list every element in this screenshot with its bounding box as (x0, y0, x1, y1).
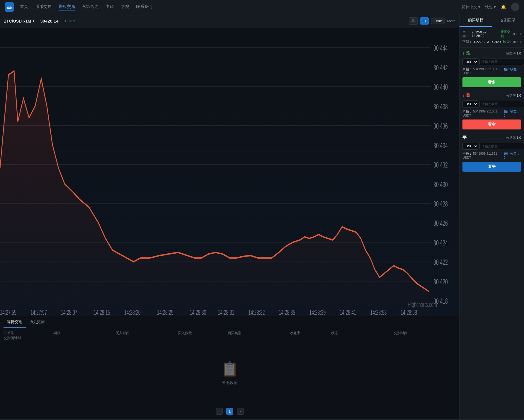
avatar[interactable] (511, 3, 519, 11)
rise-profit-val: 1.0 (517, 52, 521, 55)
svg-text:30 428: 30 428 (433, 199, 448, 208)
tab-history[interactable]: 历史交割 (26, 316, 48, 328)
svg-text:30 442: 30 442 (433, 63, 448, 72)
tab-buy-options[interactable]: 购买期权 (460, 14, 492, 27)
flat-amount-input[interactable] (479, 143, 524, 149)
svg-text:30 432: 30 432 (433, 161, 448, 169)
flat-balance-row: 余额： 5841909.911851 USDT 预计收益： 0 (462, 151, 521, 159)
svg-text:14:28:58: 14:28:58 (401, 308, 417, 316)
empty-icon: 📋 (221, 361, 239, 377)
svg-text:30 440: 30 440 (433, 83, 448, 91)
rise-accum: 预计收益： 0 (504, 67, 521, 75)
pair-price: 30420.14 (40, 18, 59, 23)
panel-tabs: 购买期权 交割记录 (460, 14, 524, 27)
rise-balance-label: 余额： 5841909.911851 USDT (462, 67, 504, 75)
rise-arrow: ↑ (462, 51, 465, 56)
nav-academy[interactable]: 学院 (121, 3, 129, 11)
svg-text:14:28:31: 14:28:31 (218, 308, 234, 316)
svg-text:30 424: 30 424 (433, 238, 448, 247)
svg-text:14:28:35: 14:28:35 (279, 308, 295, 316)
tab-settle-records[interactable]: 交割记录 (492, 14, 524, 27)
order-current-row: 当期： 2022-05-23 14:29:00 即将交割 00:51 (462, 30, 521, 38)
order-current-type: 即将交割 (501, 30, 513, 38)
svg-text:14:27:55: 14:27:55 (0, 308, 16, 316)
flat-form-header: 平 收益率 1.0 (462, 135, 521, 140)
tab-pending[interactable]: 等待交割 (4, 316, 26, 328)
col-buy-type: 购买类型 (227, 331, 290, 336)
wallet-btn[interactable]: 钱包 ▾ (485, 4, 496, 10)
svg-text:14:28:41: 14:28:41 (340, 308, 356, 316)
svg-text:14:28:53: 14:28:53 (370, 308, 387, 316)
fall-balance-row: 余额： 5841909.911851 USDT 预计收益： 0 (462, 109, 521, 117)
rise-text: 涨 (466, 51, 470, 56)
fall-currency-select[interactable]: USDT (462, 100, 478, 107)
rise-input-row: USDT USDT (462, 58, 521, 65)
logo[interactable] (5, 2, 14, 12)
trades-table-header: 订单号 期权 买入时间 买入数量 购买类型 收益率 状态 交割时间 交割倒计时 (0, 328, 459, 343)
fall-amount-input[interactable] (479, 101, 524, 107)
time-btn[interactable]: Time (431, 18, 445, 24)
chart-controls: 黑 白 Time More (409, 17, 456, 25)
col-status: 状态 (331, 331, 393, 336)
pair-selector[interactable]: BTC/USDT-1M ▾ (4, 19, 34, 23)
flat-profit-val: 1.0 (517, 136, 521, 139)
flat-label: 平 (462, 135, 467, 140)
rise-form: ↑ 涨 收益率 1.0 USDT USDT (460, 48, 524, 90)
svg-point-2 (8, 5, 11, 7)
col-option: 期权 (53, 331, 115, 336)
language-selector[interactable]: 简体中文 ▾ (462, 4, 480, 10)
chart-canvas: 30 444 30 442 30 440 30 438 30 436 30 43… (0, 28, 459, 316)
svg-text:14:28:25: 14:28:25 (157, 308, 173, 316)
svg-text:14:27:57: 14:27:57 (30, 308, 47, 316)
nav-home[interactable]: 首页 (20, 3, 28, 11)
svg-text:30 444: 30 444 (433, 44, 448, 52)
flat-form: 平 收益率 1.0 USDT USDT 余额： (460, 132, 524, 174)
nav-contact[interactable]: 联系我们 (136, 3, 152, 11)
more-btn[interactable]: More (447, 19, 456, 23)
prev-page-btn[interactable]: ‹ (216, 408, 223, 415)
rise-label: ↑ 涨 (462, 51, 470, 56)
trades-tabs: 等待交割 历史交割 (0, 316, 459, 328)
nav-ipo[interactable]: 申购 (106, 3, 114, 11)
fall-balance-label: 余额： 5841909.911851 USDT (462, 109, 504, 117)
order-next-type: 购买中 (503, 40, 513, 44)
rise-currency-select[interactable]: USDT (462, 58, 478, 65)
fall-label: ↓ 跌 (462, 93, 470, 98)
theme-dark-btn[interactable]: 黑 (409, 17, 418, 25)
right-panel: 购买期权 交割记录 当期： 2022-05-23 14:29:00 即将交割 0… (460, 14, 524, 419)
trades-empty: 📋 暂无数据 (0, 343, 459, 403)
buy-flat-btn[interactable]: 看平 (462, 162, 521, 172)
navbar: 首页 币币交易 期权交易 永续合约 申购 学院 联系我们 简体中文 ▾ 钱包 ▾… (0, 0, 524, 14)
fall-form: ↓ 跌 收益率 1.0 USDT USDT (460, 90, 524, 132)
nav-links: 首页 币币交易 期权交易 永续合约 申购 学院 联系我们 (20, 3, 462, 11)
notification-icon[interactable]: 🔔 (501, 4, 506, 10)
chart-section: BTC/USDT-1M ▾ 30420.14 +1.92% 黑 白 Time M… (0, 14, 460, 419)
next-page-btn[interactable]: › (237, 408, 244, 415)
rise-form-header: ↑ 涨 收益率 1.0 (462, 51, 521, 56)
order-current-time: 00:51 (513, 32, 521, 36)
col-order-id: 订单号 (4, 331, 53, 336)
flat-profit-label: 收益率 1.0 (506, 136, 521, 140)
flat-currency-select[interactable]: USDT (462, 143, 478, 150)
order-next-time: 01:51 (513, 40, 521, 44)
col-buy-amount: 买入数量 (178, 331, 228, 336)
col-settle-countdown: 交割倒计时 (4, 336, 53, 341)
chevron-down-icon: ▾ (33, 19, 34, 23)
col-settle-time: 交割时间 (394, 331, 456, 336)
order-next-label: 下期： (462, 40, 472, 44)
rise-amount-input[interactable] (479, 59, 524, 65)
order-current-date: 2022-05-23 14:29:00 (472, 30, 501, 37)
buy-long-btn[interactable]: 看多 (462, 77, 521, 87)
svg-text:30 426: 30 426 (433, 219, 448, 228)
nav-spot[interactable]: 币币交易 (35, 3, 52, 11)
buy-short-btn[interactable]: 看空 (462, 119, 521, 129)
chart-header: BTC/USDT-1M ▾ 30420.14 +1.92% 黑 白 Time M… (0, 14, 459, 28)
flat-accum: 预计收益： 0 (504, 151, 521, 159)
nav-options[interactable]: 期权交易 (59, 3, 75, 11)
svg-text:14:28:30: 14:28:30 (190, 308, 206, 316)
theme-light-btn[interactable]: 白 (420, 17, 429, 25)
pair-change: +1.92% (62, 19, 75, 23)
nav-right: 简体中文 ▾ 钱包 ▾ 🔔 (462, 3, 519, 11)
current-page[interactable]: 1 (226, 408, 233, 415)
nav-futures[interactable]: 永续合约 (82, 3, 98, 11)
